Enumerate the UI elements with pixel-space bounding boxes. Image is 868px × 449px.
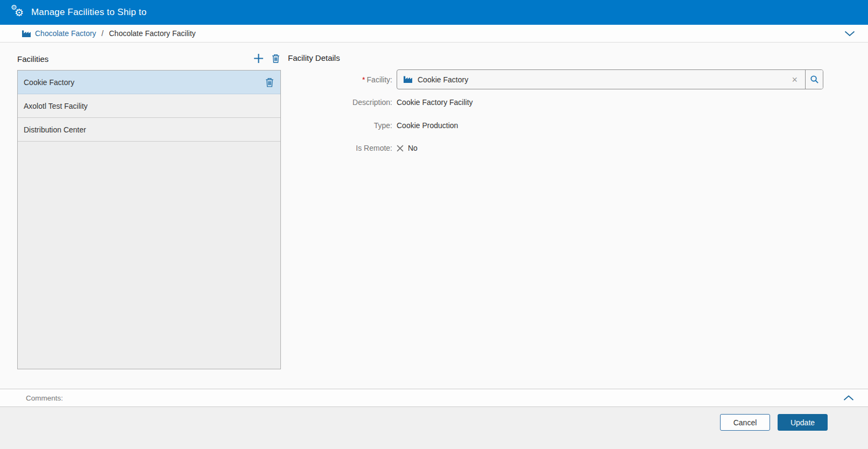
facilities-panel-header: Facilities [17,43,281,70]
window-title: Manage Facilities to Ship to [31,7,146,18]
facility-details-panel: Facility Details *Facility: Cookie Facto… [288,43,851,156]
facility-value: Cookie Factory [418,75,468,84]
facility-list-item-axolotl-test-facility[interactable]: Axolotl Test Facility [18,94,280,118]
is-remote-field-row: Is Remote: No [288,140,851,156]
factory-icon [22,30,31,38]
add-facility-button[interactable] [253,53,264,64]
breadcrumb-current: Chocolate Factory Facility [109,29,196,38]
chevron-down-icon[interactable] [844,31,855,37]
trash-icon[interactable] [265,78,274,87]
breadcrumb-separator: / [102,29,104,38]
type-field-label: Type: [288,121,397,130]
facility-picker: Cookie Factory × [397,69,823,89]
title-bar: ⚙ ⚙ Manage Facilities to Ship to [0,0,868,25]
description-field-label: Description: [288,98,397,107]
facility-list-item-cookie-factory[interactable]: Cookie Factory [18,71,280,94]
facilities-title: Facilities [17,54,48,64]
facilities-panel: Facilities Cookie Factory Axolotl Test F… [17,43,281,369]
cancel-button[interactable]: Cancel [720,414,770,431]
comments-label: Comments: [26,394,63,402]
comments-section: Comments: [0,389,868,407]
facility-item-label: Axolotl Test Facility [24,102,88,110]
magnifier-icon [810,75,819,84]
factory-icon [403,75,413,83]
facility-item-label: Cookie Factory [24,78,74,87]
gear-large-glyph: ⚙ [15,6,24,19]
type-field-row: Type: Cookie Production [288,117,851,134]
facility-field-row: *Facility: Cookie Factory × [288,69,851,89]
facility-details-title: Facility Details [288,43,851,69]
clear-icon[interactable]: × [789,75,800,85]
cogs-icon: ⚙ ⚙ [11,5,26,20]
facility-item-label: Distribution Center [24,125,86,134]
facility-list-item-distribution-center[interactable]: Distribution Center [18,118,280,142]
update-button[interactable]: Update [778,414,828,431]
facilities-list: Cookie Factory Axolotl Test Facility Dis… [17,70,281,369]
type-value: Cookie Production [397,121,458,130]
breadcrumb-root-link[interactable]: Chocolate Factory [35,29,96,38]
is-remote-value: No [397,144,418,152]
breadcrumb: Chocolate Factory / Chocolate Factory Fa… [0,25,868,43]
x-mark-icon [397,145,404,152]
delete-facility-button[interactable] [272,54,280,63]
chevron-up-icon[interactable] [843,395,854,401]
description-value: Cookie Factory Facility [397,98,473,107]
search-button[interactable] [805,70,823,89]
footer-bar: Cancel Update [0,407,868,449]
is-remote-field-label: Is Remote: [288,144,397,152]
facility-input[interactable]: Cookie Factory × [397,70,805,89]
description-field-row: Description: Cookie Factory Facility [288,94,851,110]
facility-field-label: *Facility: [288,75,397,84]
required-marker: * [362,75,365,84]
